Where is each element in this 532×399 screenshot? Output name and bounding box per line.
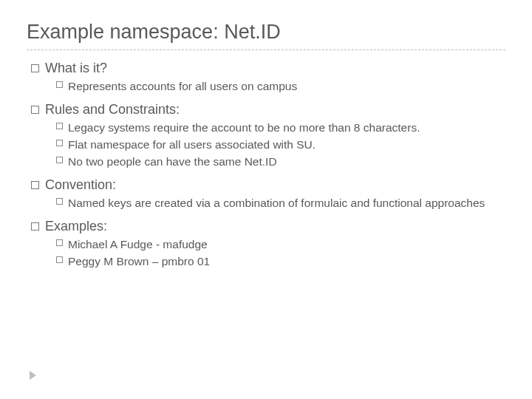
section-convention: Convention: Named keys are created via a… bbox=[31, 177, 505, 211]
section-what: What is it? Represents accounts for all … bbox=[31, 61, 505, 95]
slide-title: Example namespace: Net.ID bbox=[27, 21, 505, 44]
list-item-text: Michael A Fudge - mafudge bbox=[68, 237, 208, 253]
list-item: Named keys are created via a combination… bbox=[56, 196, 505, 211]
list-item-text: Represents accounts for all users on cam… bbox=[68, 79, 297, 95]
list-item-text: No two people can have the same Net.ID bbox=[68, 154, 277, 170]
section-heading-text: What is it? bbox=[45, 61, 107, 76]
checkbox-icon bbox=[56, 157, 63, 163]
checkbox-icon bbox=[31, 64, 39, 72]
section-heading-text: Convention: bbox=[45, 177, 116, 193]
title-divider bbox=[27, 50, 505, 50]
section-examples: Examples: Michael A Fudge - mafudge Pegg… bbox=[31, 219, 505, 270]
checkbox-icon bbox=[56, 140, 63, 146]
list-item-text: Peggy M Brown – pmbro 01 bbox=[68, 254, 210, 270]
section-rules: Rules and Constraints: Legacy systems re… bbox=[31, 102, 505, 170]
checkbox-icon bbox=[56, 256, 63, 263]
section-heading: Rules and Constraints: bbox=[31, 102, 505, 117]
checkbox-icon bbox=[31, 181, 39, 189]
list-item: No two people can have the same Net.ID bbox=[56, 154, 505, 170]
list-item: Flat namespace for all users associated … bbox=[56, 137, 505, 153]
list-item: Legacy systems require the account to be… bbox=[56, 120, 505, 136]
list-item-text: Flat namespace for all users associated … bbox=[68, 137, 316, 153]
checkbox-icon bbox=[56, 239, 63, 246]
section-heading: Convention: bbox=[31, 177, 505, 193]
list-item: Michael A Fudge - mafudge bbox=[56, 237, 505, 253]
arrow-right-icon bbox=[30, 371, 36, 380]
list-item: Peggy M Brown – pmbro 01 bbox=[56, 254, 505, 270]
checkbox-icon bbox=[31, 222, 39, 231]
list-item-text: Legacy systems require the account to be… bbox=[68, 120, 420, 136]
section-heading: What is it? bbox=[31, 61, 505, 76]
list-item-text: Named keys are created via a combination… bbox=[68, 196, 485, 211]
section-heading: Examples: bbox=[31, 219, 505, 234]
checkbox-icon bbox=[56, 198, 63, 205]
section-heading-text: Rules and Constraints: bbox=[45, 102, 180, 117]
checkbox-icon bbox=[56, 81, 63, 88]
list-item: Represents accounts for all users on cam… bbox=[56, 79, 505, 95]
checkbox-icon bbox=[31, 106, 39, 114]
section-heading-text: Examples: bbox=[45, 219, 107, 234]
checkbox-icon bbox=[56, 123, 63, 129]
